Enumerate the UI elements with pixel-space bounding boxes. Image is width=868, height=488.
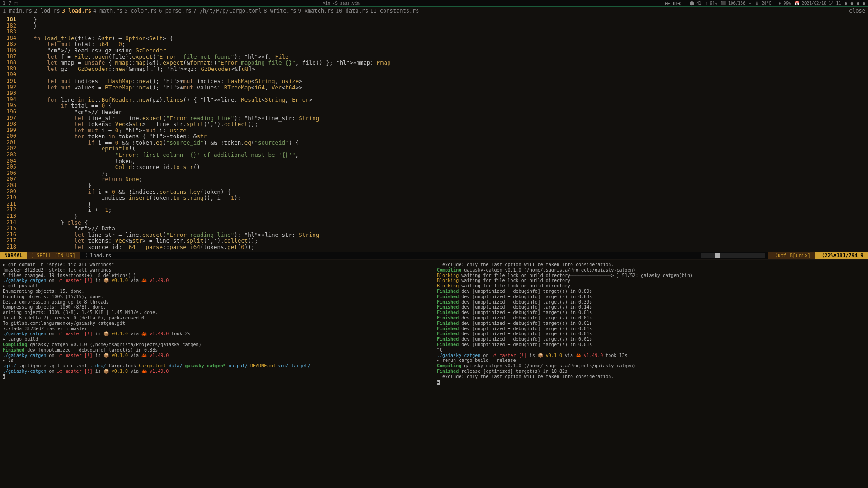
tab-main-rs[interactable]: 1 main.rs (3, 8, 32, 14)
tab-xmatch-rs[interactable]: 9 xmatch.rs (298, 8, 333, 14)
tabline[interactable]: 1 main.rs 2 lod.rs 3 load.rs 4 math.rs 5… (0, 7, 868, 15)
topbar-right: ▶▶ ▮▮◀:⬤ 41↑ 94%⬛ 106/156—🌡 28°C⊙ 99%📅 2… (665, 1, 865, 5)
scroll-indicator (701, 253, 765, 258)
file-name: 〉 load.rs (80, 252, 116, 259)
tab-write-rs[interactable]: 8 write.rs (263, 8, 296, 14)
terminal-left[interactable]: ▸ git commit -m "style: fix all warnings… (0, 260, 434, 488)
tab-math-rs[interactable]: 4 math.rs (93, 8, 122, 14)
editor-pane[interactable]: 1 main.rs 2 lod.rs 3 load.rs 4 math.rs 5… (0, 6, 868, 259)
code-area[interactable]: } } fn load_file(file: &str) → Option<Se… (20, 17, 865, 250)
spell-indicator: 〉SPELL [EN_US] (27, 252, 80, 259)
tab-load-rs[interactable]: 3 load.rs (62, 8, 91, 14)
tab-constants-rs[interactable]: 11 constants.rs (370, 8, 419, 14)
position-indicator: 〈 22% ≡ 181/794 :9 (815, 252, 868, 259)
tab--h-t-P-g-Cargo-toml[interactable]: 7 /h/t/P/g/Cargo.toml (193, 8, 262, 14)
tab-color-rs[interactable]: 5 color.rs (124, 8, 157, 14)
mode-indicator: NORMAL (0, 252, 27, 259)
close-tab[interactable]: close (849, 8, 865, 14)
tab-parse-rs[interactable]: 6 parse.rs (159, 8, 191, 14)
statusbar: NORMAL 〉SPELL [EN_US] 〉 load.rs 〈 utf-8[… (0, 252, 868, 259)
encoding-indicator: 〈 utf-8[unix] (768, 252, 815, 259)
terminal-right[interactable]: --exclude: only the last option will be … (434, 260, 868, 488)
topbar-title: vim -S sess.vim (323, 1, 359, 5)
line-number-gutter: 1811821831841851861871881891901911921931… (2, 17, 16, 250)
topbar-left: 17⬚ (3, 1, 17, 5)
system-topbar: 17⬚ vim -S sess.vim ▶▶ ▮▮◀:⬤ 41↑ 94%⬛ 10… (0, 0, 868, 6)
terminal-row: ▸ git commit -m "style: fix all warnings… (0, 260, 868, 488)
tab-data-rs[interactable]: 10 data.rs (336, 8, 368, 14)
tab-lod-rs[interactable]: 2 lod.rs (34, 8, 60, 14)
